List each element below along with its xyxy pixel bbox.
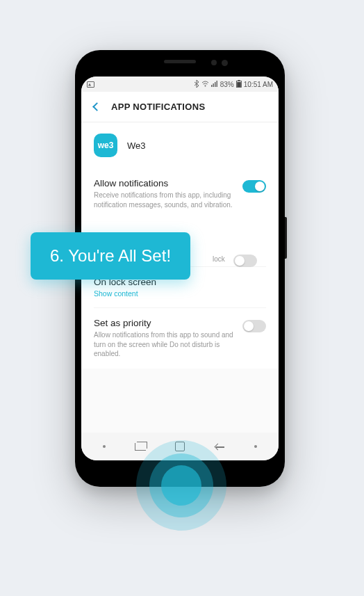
sensor-icon (211, 60, 217, 65)
svg-rect-4 (216, 81, 217, 87)
toggle-allow-notifications[interactable] (242, 180, 266, 193)
setting-title: Set as priority (94, 318, 234, 328)
svg-rect-3 (215, 82, 216, 87)
screenshot-icon (87, 81, 94, 88)
battery-icon (236, 80, 242, 89)
setting-allow-notifications[interactable]: Allow notifications Receive notification… (94, 168, 266, 219)
setting-link: Show content (94, 289, 266, 298)
camera-icon (222, 60, 228, 66)
status-bar: 83% 10:51 AM (81, 76, 279, 92)
battery-percent: 83% (220, 81, 234, 88)
recents-button[interactable] (135, 443, 146, 451)
app-name-label: We3 (127, 140, 146, 151)
nav-dot-icon (103, 445, 106, 448)
phone-top-sensors (75, 60, 285, 63)
toggle-badge-lock[interactable] (233, 255, 257, 267)
back-button[interactable] (214, 442, 225, 451)
callout-text: 6. You're All Set! (50, 246, 171, 265)
wifi-icon (201, 81, 209, 88)
clock-time: 10:51 AM (244, 81, 273, 88)
bluetooth-icon (194, 80, 199, 89)
android-nav-bar (81, 433, 279, 460)
partial-setting-text: lock (213, 255, 225, 263)
svg-rect-2 (213, 83, 214, 87)
home-button[interactable] (175, 442, 185, 451)
phone-side-button (285, 217, 287, 259)
nav-dot-icon (254, 445, 257, 448)
app-row: we3 We3 (81, 122, 279, 168)
app-icon: we3 (94, 134, 117, 157)
setting-set-as-priority[interactable]: Set as priority Allow notifications from… (94, 307, 266, 369)
instruction-callout: 6. You're All Set! (31, 232, 190, 280)
back-icon[interactable] (92, 102, 101, 111)
setting-title: Allow notifications (94, 178, 234, 188)
app-header: APP NOTIFICATIONS (81, 92, 279, 122)
setting-desc: Allow notifications from this app to sou… (94, 330, 234, 359)
setting-desc: Receive notifications from this app, inc… (94, 191, 234, 209)
toggle-priority[interactable] (242, 320, 266, 332)
svg-rect-1 (211, 85, 213, 87)
svg-rect-7 (237, 82, 241, 87)
svg-point-0 (204, 86, 206, 87)
page-title: APP NOTIFICATIONS (111, 102, 205, 112)
signal-icon (211, 81, 218, 88)
speaker (164, 60, 196, 63)
